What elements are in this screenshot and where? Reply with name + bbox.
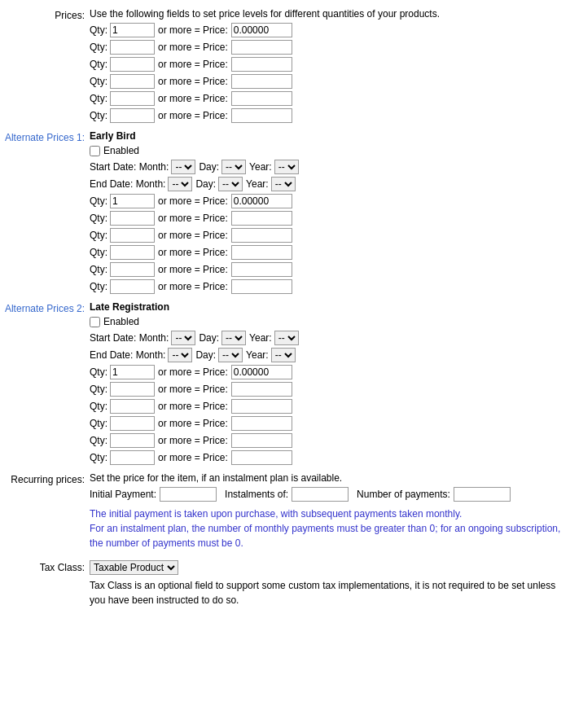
initial-payment-input[interactable] <box>160 487 217 502</box>
prices-price-row-5: Qty:or more = Price: <box>90 108 570 123</box>
prices-qty-input-1[interactable] <box>110 40 155 55</box>
alt1-qty-label-4: Qty: <box>90 264 107 275</box>
prices-or-more-0: or more = Price: <box>158 24 228 36</box>
alt1-price-input-1[interactable] <box>231 211 292 226</box>
alt2-or-more-5: or more = Price: <box>158 452 228 463</box>
alt-prices-2-content: Late Registration Enabled Start Date: Mo… <box>90 301 570 467</box>
prices-price-input-3[interactable] <box>231 74 292 89</box>
alt-prices-1-enabled-checkbox[interactable] <box>90 146 100 156</box>
alt-prices-1-content: Early Bird Enabled Start Date: Month: --… <box>90 130 570 296</box>
alt2-price-row-3: Qty:or more = Price: <box>90 416 570 431</box>
instalments-input[interactable] <box>292 487 349 502</box>
alt1-price-input-5[interactable] <box>231 279 292 294</box>
alt-prices-2-enabled-checkbox[interactable] <box>90 317 100 327</box>
alt1-qty-input-3[interactable] <box>110 245 155 260</box>
alt-prices-2-end-date-label: End Date: Month: <box>90 349 165 361</box>
alt1-qty-input-1[interactable] <box>110 211 155 226</box>
alt1-qty-input-2[interactable] <box>110 228 155 243</box>
alt1-qty-input-5[interactable] <box>110 279 155 294</box>
alt1-or-more-1: or more = Price: <box>158 213 228 224</box>
alt2-price-input-4[interactable] <box>231 433 292 448</box>
alt2-qty-input-1[interactable] <box>110 382 155 397</box>
alt2-price-input-1[interactable] <box>231 382 292 397</box>
prices-qty-input-3[interactable] <box>110 74 155 89</box>
tax-class-note: Tax Class is an optional field to suppor… <box>90 578 570 607</box>
prices-price-input-2[interactable] <box>231 57 292 72</box>
alt2-price-input-3[interactable] <box>231 416 292 431</box>
alt-prices-2-start-year-label: Year: <box>249 332 272 344</box>
alt1-price-input-3[interactable] <box>231 245 292 260</box>
num-payments-input[interactable] <box>454 487 511 502</box>
alt1-or-more-0: or more = Price: <box>158 195 228 207</box>
prices-or-more-4: or more = Price: <box>158 93 228 104</box>
alt1-price-input-0[interactable] <box>231 194 292 208</box>
alt-prices-2-end-year[interactable]: -- <box>271 348 296 362</box>
alt-prices-2-end-day-label: Day: <box>195 349 216 361</box>
prices-qty-label-3: Qty: <box>90 76 107 87</box>
alt1-price-row-4: Qty:or more = Price: <box>90 262 570 277</box>
alt2-qty-input-5[interactable] <box>110 450 155 465</box>
alt-prices-1-start-year[interactable]: -- <box>274 160 299 174</box>
prices-or-more-1: or more = Price: <box>158 42 228 53</box>
alt-prices-1-rows: Qty:or more = Price:Qty:or more = Price:… <box>90 194 570 294</box>
alt-prices-2-start-year[interactable]: -- <box>274 331 299 345</box>
prices-price-input-1[interactable] <box>231 40 292 55</box>
alt-prices-1-start-month[interactable]: -- <box>171 160 195 174</box>
alt2-price-input-0[interactable] <box>231 365 292 379</box>
prices-section: Prices: Use the following fields to set … <box>0 8 570 125</box>
prices-qty-label-0: Qty: <box>90 24 107 36</box>
alt-prices-1-name: Early Bird <box>90 130 570 142</box>
prices-or-more-5: or more = Price: <box>158 110 228 121</box>
alt-prices-1-end-year[interactable]: -- <box>271 177 296 191</box>
alt1-or-more-3: or more = Price: <box>158 247 228 258</box>
alt-prices-1-end-month[interactable]: -- <box>168 177 192 191</box>
alt-prices-1-end-day[interactable]: -- <box>218 177 243 191</box>
alt-prices-2-start-month[interactable]: -- <box>171 331 195 345</box>
alt1-qty-input-4[interactable] <box>110 262 155 277</box>
prices-or-more-2: or more = Price: <box>158 59 228 70</box>
alt2-qty-label-0: Qty: <box>90 366 107 378</box>
instalments-label: Instalments of: <box>225 489 288 500</box>
recurring-inputs-row: Initial Payment: Instalments of: Number … <box>90 487 570 502</box>
alt2-qty-input-4[interactable] <box>110 433 155 448</box>
recurring-prices-section: Recurring prices: Set the price for the … <box>0 472 570 555</box>
prices-qty-input-2[interactable] <box>110 57 155 72</box>
alt1-price-input-2[interactable] <box>231 228 292 243</box>
alt1-qty-input-0[interactable] <box>110 194 155 208</box>
alt-prices-1-end-day-label: Day: <box>195 178 216 190</box>
prices-price-row-3: Qty:or more = Price: <box>90 74 570 89</box>
alt1-price-input-4[interactable] <box>231 262 292 277</box>
alt-prices-1-start-day[interactable]: -- <box>221 160 246 174</box>
alt-prices-1-start-year-label: Year: <box>249 161 272 173</box>
tax-class-content: Taxable ProductNoneTax Exempt Tax Class … <box>90 560 570 607</box>
alt2-qty-label-2: Qty: <box>90 401 107 412</box>
prices-price-input-5[interactable] <box>231 108 292 123</box>
alt2-qty-label-4: Qty: <box>90 435 107 446</box>
alt-prices-2-section: Alternate Prices 2: Late Registration En… <box>0 301 570 467</box>
alt-prices-2-end-month[interactable]: -- <box>168 348 192 362</box>
prices-price-row-1: Qty:or more = Price: <box>90 40 570 55</box>
alt1-qty-label-0: Qty: <box>90 195 107 207</box>
prices-label: Prices: <box>0 8 90 125</box>
prices-price-input-4[interactable] <box>231 91 292 106</box>
alt-prices-1-start-date-label: Start Date: Month: <box>90 161 169 173</box>
prices-content: Use the following fields to set price le… <box>90 8 570 125</box>
prices-qty-input-4[interactable] <box>110 91 155 106</box>
prices-price-row-2: Qty:or more = Price: <box>90 57 570 72</box>
alt-prices-2-start-day[interactable]: -- <box>221 331 246 345</box>
prices-price-input-0[interactable] <box>231 23 292 37</box>
alt-prices-2-enabled-row: Enabled <box>90 316 570 327</box>
alt2-qty-input-2[interactable] <box>110 399 155 414</box>
alt2-qty-input-3[interactable] <box>110 416 155 431</box>
alt2-or-more-3: or more = Price: <box>158 418 228 429</box>
prices-qty-input-0[interactable] <box>110 23 155 37</box>
alt1-price-row-2: Qty:or more = Price: <box>90 228 570 243</box>
alt2-price-input-2[interactable] <box>231 399 292 414</box>
recurring-prices-description: Set the price for the item, if an instal… <box>90 472 570 484</box>
alt2-qty-input-0[interactable] <box>110 365 155 379</box>
prices-qty-input-5[interactable] <box>110 108 155 123</box>
alt1-price-row-0: Qty:or more = Price: <box>90 194 570 208</box>
tax-class-select[interactable]: Taxable ProductNoneTax Exempt <box>90 560 178 575</box>
alt-prices-2-end-day[interactable]: -- <box>218 348 243 362</box>
alt2-price-input-5[interactable] <box>231 450 292 465</box>
